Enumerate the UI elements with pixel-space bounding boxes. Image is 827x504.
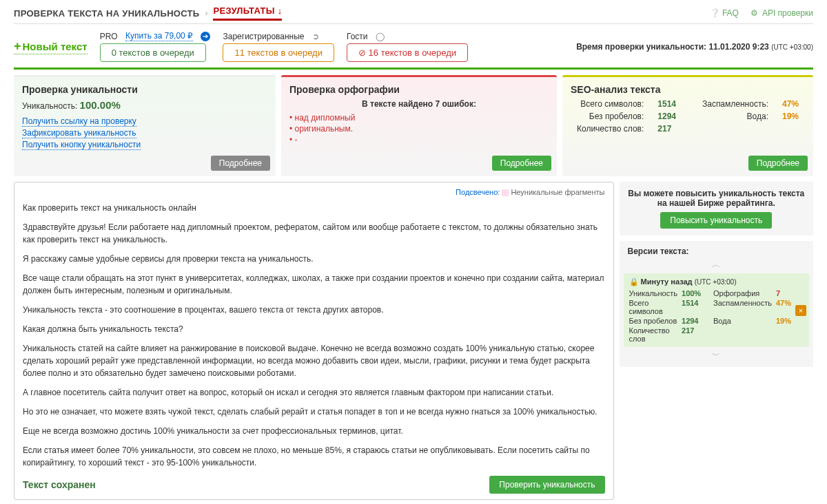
highlight-swatch — [502, 189, 509, 196]
check-uniqueness-button[interactable]: Проверить уникальность — [489, 476, 604, 494]
versions-up-button[interactable]: ︿ — [624, 258, 809, 272]
seo-spam: 47% — [782, 99, 805, 109]
text-saved-status: Текст сохранен — [23, 479, 96, 490]
seo-no-spaces: 1294 — [657, 112, 682, 121]
queue-pro: 0 текстов в очереди — [100, 43, 206, 62]
api-link[interactable]: ⚙API проверки — [750, 8, 813, 18]
error-icon: ⊘ — [358, 48, 366, 58]
text-editor-area: Подсвечено:Неуникальные фрагменты Как пр… — [14, 182, 614, 500]
versions-title: Версии текста: — [624, 245, 809, 258]
divider-green — [14, 67, 813, 70]
versions-panel: Версии текста: ︿ 🔒 Минуту назад (UTC +03… — [620, 241, 813, 367]
guests-label: Гости ◯ — [347, 32, 385, 41]
check-time: Время проверки уникальности: 11.01.2020 … — [576, 42, 813, 52]
orthography-title: Проверка орфографии — [289, 84, 549, 95]
get-check-link[interactable]: Получить ссылку на проверку — [22, 116, 136, 127]
version-close-button[interactable]: × — [795, 305, 806, 316]
error-item-1: над дипломный — [289, 113, 549, 123]
error-item-2: оригинальным. — [289, 124, 549, 134]
arrow-right-icon[interactable]: ➔ — [201, 32, 210, 41]
boost-panel: Вы можете повысить уникальность текста н… — [620, 182, 813, 235]
breadcrumb-bar: ПРОВЕРКА ТЕКСТА НА УНИКАЛЬНОСТЬ › РЕЗУЛЬ… — [14, 6, 813, 24]
breadcrumb-check[interactable]: ПРОВЕРКА ТЕКСТА НА УНИКАЛЬНОСТЬ — [14, 8, 199, 19]
error-item-3: - — [289, 135, 549, 145]
get-button-link[interactable]: Получить кнопку уникальности — [22, 140, 141, 150]
main-row: Подсвечено:Неуникальные фрагменты Как пр… — [14, 182, 813, 500]
orthography-more-button[interactable]: Подробнее — [492, 156, 551, 171]
breadcrumb-results[interactable]: РЕЗУЛЬТАТЫ ↓ — [213, 6, 282, 21]
buy-pro-link[interactable]: Купить за 79,00 ₽ — [125, 31, 193, 41]
lock-icon: 🔒 — [629, 277, 639, 286]
seo-water: 19% — [782, 112, 805, 121]
highlight-legend: Подсвечено:Неуникальные фрагменты — [23, 188, 605, 196]
boost-button[interactable]: Повысить уникальность — [660, 212, 772, 229]
versions-down-button[interactable]: ﹀ — [624, 348, 809, 363]
panels-row: Проверка уникальности Уникальность: 100.… — [14, 75, 813, 176]
uniqueness-title: Проверка уникальности — [22, 84, 267, 95]
seo-panel: SEO-анализ текста Всего символов:1514 За… — [562, 75, 813, 176]
registered-label: Зарегистрированные ➲ — [223, 32, 318, 41]
queue-guests[interactable]: ⊘ 16 текстов в очереди — [347, 43, 468, 62]
faq-link[interactable]: ❔FAQ — [710, 8, 739, 18]
seo-title: SEO-анализ текста — [571, 84, 805, 95]
boost-text: Вы можете повысить уникальность текста н… — [626, 189, 806, 208]
uniqueness-value: 100.00% — [80, 99, 121, 111]
orthography-panel: Проверка орфографии В тексте найдено 7 о… — [281, 75, 557, 176]
help-icon: ❔ — [710, 8, 719, 18]
uniqueness-panel: Проверка уникальности Уникальность: 100.… — [14, 75, 276, 176]
queues-row: +Новый текст PRO Купить за 79,00 ₽ ➔ 0 т… — [14, 31, 813, 62]
breadcrumb-sep: › — [205, 8, 207, 18]
seo-words: 217 — [657, 124, 682, 134]
plus-icon: + — [14, 39, 21, 54]
text-content[interactable]: Как проверить текст на уникальность онла… — [23, 202, 605, 469]
new-text-button[interactable]: +Новый текст — [14, 39, 88, 54]
fix-uniqueness-link[interactable]: Зафиксировать уникальность — [22, 128, 136, 138]
errors-count: В тексте найдено 7 ошибок: — [289, 99, 549, 109]
version-item[interactable]: 🔒 Минуту назад (UTC +03:00) Уникальность… — [624, 273, 809, 347]
user-icon: ◯ — [376, 32, 385, 41]
login-icon: ➲ — [312, 32, 319, 41]
uniqueness-more-button[interactable]: Подробнее — [211, 156, 270, 171]
queue-registered: 11 текстов в очереди — [223, 43, 334, 62]
seo-total-chars: 1514 — [657, 99, 682, 109]
pro-label: PRO Купить за 79,00 ₽ ➔ — [100, 31, 211, 41]
seo-more-button[interactable]: Подробнее — [748, 156, 808, 171]
gear-icon: ⚙ — [750, 8, 759, 18]
